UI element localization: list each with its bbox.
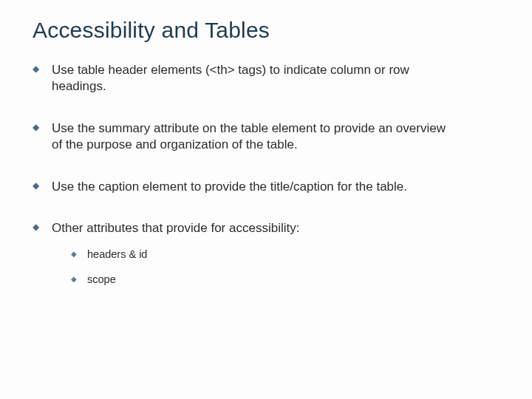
sub-bullet-item: scope: [71, 273, 446, 287]
sub-bullet-item: headers & id: [71, 248, 446, 262]
slide-title: Accessibility and Tables: [33, 18, 499, 43]
bullet-item: Other attributes that provide for access…: [33, 220, 446, 287]
bullet-item: Use the summary attribute on the table e…: [33, 120, 446, 154]
sub-bullet-list: headers & id scope: [52, 248, 446, 287]
bullet-list: Use table header elements (<th> tags) to…: [33, 62, 499, 287]
bullet-item: Use the caption element to provide the t…: [33, 179, 446, 195]
bullet-text: Use the caption element to provide the t…: [52, 180, 407, 194]
bullet-text: Use the summary attribute on the table e…: [52, 121, 446, 151]
sub-bullet-text: scope: [87, 273, 116, 285]
sub-bullet-text: headers & id: [87, 248, 147, 260]
bullet-text: Other attributes that provide for access…: [52, 221, 299, 235]
bullet-item: Use table header elements (<th> tags) to…: [33, 62, 446, 95]
bullet-text: Use table header elements (<th> tags) to…: [52, 63, 409, 93]
